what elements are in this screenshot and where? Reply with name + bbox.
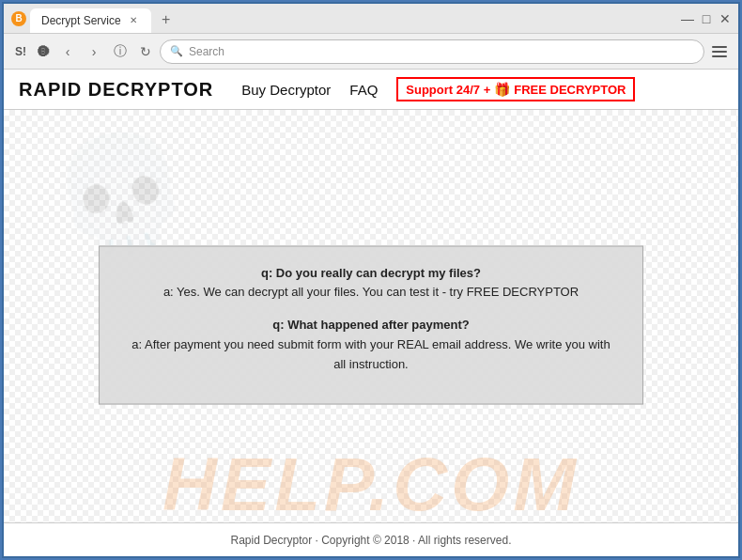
main-area: 💀 HELP.COM q: Do you really can decrypt … [4, 110, 738, 556]
menu-line-1 [712, 46, 727, 48]
maximize-button[interactable]: □ [701, 13, 712, 24]
faq-question-2: q: What happened after payment? [126, 316, 616, 335]
address-bar: S! 🅑 ‹ › ⓘ ↻ 🔍 Search [4, 34, 738, 70]
browser-menu-button[interactable] [708, 40, 731, 63]
search-icon: 🔍 [170, 45, 183, 57]
faq-box: q: Do you really can decrypt my files? a… [99, 245, 643, 405]
site-nav: RAPID DECRYPTOR Buy Decryptor FAQ Suppor… [4, 70, 738, 110]
tab-title: Decrypt Service [41, 14, 121, 27]
nav-support-text: Support 24/7 + [406, 83, 490, 97]
menu-line-3 [712, 55, 727, 57]
refresh-button[interactable]: ↻ [135, 41, 156, 62]
faq-answer-2: a: After payment you need submit form wi… [126, 334, 616, 374]
forward-button[interactable]: › [83, 40, 105, 63]
back-button[interactable]: ‹ [56, 40, 79, 63]
minimize-button[interactable]: — [682, 13, 693, 24]
faq-answer-1: a: Yes. We can decrypt all your files. Y… [126, 283, 616, 303]
info-button[interactable]: ⓘ [109, 40, 131, 63]
title-bar: B Decrypt Service ✕ + — □ ✕ [4, 4, 738, 34]
menu-line-2 [712, 51, 727, 53]
nav-support[interactable]: Support 24/7 + 🎁 FREE DECRYPTOR [396, 77, 635, 101]
site-footer: Rapid Decryptor · Copyright © 2018 · All… [4, 522, 738, 556]
nav-faq[interactable]: FAQ [349, 82, 378, 98]
nav-buy-decryptor[interactable]: Buy Decryptor [241, 82, 331, 98]
site-extra-icon: 🅑 [34, 45, 53, 58]
new-tab-button[interactable]: + [155, 8, 178, 31]
tab-close-button[interactable]: ✕ [127, 14, 140, 27]
browser-tab[interactable]: Decrypt Service ✕ [30, 8, 151, 33]
search-bar[interactable]: 🔍 Search [160, 39, 704, 64]
gift-icon: 🎁 [494, 82, 510, 97]
close-button[interactable]: ✕ [719, 13, 731, 24]
site-logo: RAPID DECRYPTOR [19, 79, 213, 101]
tab-favicon: B [11, 11, 26, 26]
browser-window: B Decrypt Service ✕ + — □ ✕ S! 🅑 ‹ › ⓘ ↻… [2, 2, 740, 558]
site-security-icon: S! [11, 45, 30, 58]
faq-question-1: q: Do you really can decrypt my files? [126, 263, 616, 283]
footer-text: Rapid Decryptor · Copyright © 2018 · All… [231, 534, 512, 547]
nav-free-decryptor-text: FREE DECRYPTOR [514, 83, 626, 97]
search-placeholder: Search [189, 45, 224, 58]
text-watermark: HELP.COM [4, 442, 738, 528]
window-controls: — □ ✕ [682, 13, 731, 24]
page-content: RAPID DECRYPTOR Buy Decryptor FAQ Suppor… [4, 70, 738, 556]
